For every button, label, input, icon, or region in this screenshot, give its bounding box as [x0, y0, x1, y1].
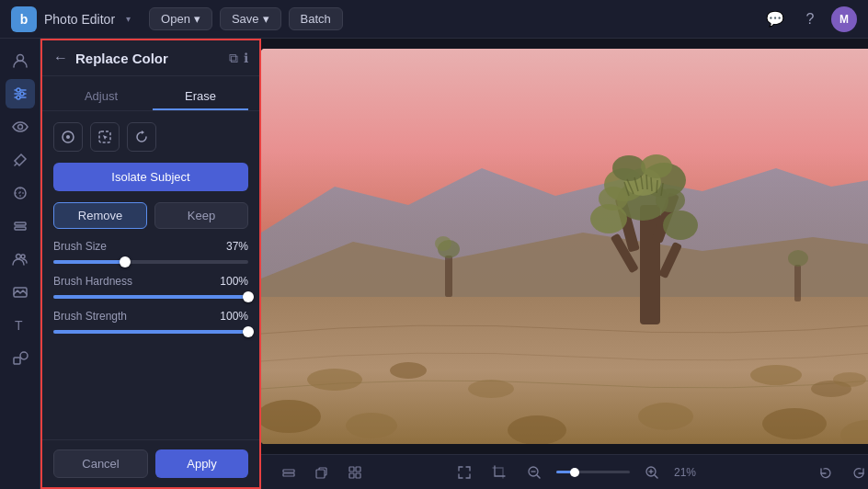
svg-point-22: [307, 369, 362, 391]
bottom-right: [707, 460, 868, 485]
svg-point-6: [17, 96, 20, 99]
apply-button[interactable]: Apply: [155, 449, 248, 478]
sliders-icon-btn[interactable]: [6, 79, 35, 108]
panel-back-button[interactable]: ←: [53, 50, 68, 66]
svg-point-16: [20, 352, 28, 359]
duplicate-button[interactable]: [309, 460, 335, 485]
info-icon[interactable]: ℹ: [244, 51, 248, 66]
layers-toggle-button[interactable]: [276, 460, 302, 485]
reset-tool-icon[interactable]: [127, 122, 156, 152]
svg-point-43: [663, 210, 698, 240]
cancel-button[interactable]: Cancel: [53, 449, 148, 478]
zoom-slider-track[interactable]: [556, 471, 630, 473]
effects-icon-btn[interactable]: [6, 178, 35, 208]
redo-button[interactable]: [846, 460, 868, 485]
zoom-slider-thumb[interactable]: [570, 468, 579, 477]
brush-hardness-slider[interactable]: [53, 295, 248, 299]
svg-rect-15: [14, 358, 20, 364]
svg-point-46: [641, 154, 672, 178]
save-button[interactable]: Save ▾: [220, 7, 281, 30]
remove-button[interactable]: Remove: [53, 202, 147, 229]
svg-line-67: [655, 475, 657, 478]
brush-strength-label: Brush Strength: [53, 310, 127, 323]
brush-size-thumb[interactable]: [120, 256, 131, 267]
brush-hardness-label: Brush Hardness: [53, 275, 132, 288]
svg-point-31: [638, 403, 693, 430]
svg-rect-9: [15, 222, 26, 225]
brush-size-slider[interactable]: [53, 260, 248, 264]
grid-button[interactable]: [342, 460, 368, 485]
image-icon-btn[interactable]: [6, 278, 35, 307]
svg-point-12: [21, 255, 25, 258]
people-icon-btn[interactable]: [6, 244, 35, 274]
brush-strength-thumb[interactable]: [243, 326, 254, 337]
svg-point-30: [508, 415, 566, 444]
topbar: b Photo Editor ▾ Open ▾ Save ▾ Batch 💬 ?…: [0, 0, 868, 39]
paint-icon-btn[interactable]: [6, 145, 35, 175]
user-avatar[interactable]: M: [831, 6, 857, 32]
svg-point-18: [66, 135, 70, 139]
svg-point-4: [17, 88, 20, 92]
panel-title: Replace Color: [75, 51, 222, 66]
app-name: Photo Editor: [44, 12, 115, 27]
brush-size-section: Brush Size 37%: [53, 240, 248, 264]
canvas-image[interactable]: [261, 49, 868, 444]
crop-button[interactable]: [486, 460, 512, 485]
left-icon-bar: T: [0, 39, 40, 489]
svg-rect-59: [349, 473, 354, 478]
brush-hardness-thumb[interactable]: [243, 291, 254, 302]
svg-point-51: [435, 236, 451, 251]
panel-footer: Cancel Apply: [42, 439, 259, 487]
fit-button[interactable]: [451, 460, 477, 485]
help-icon-button[interactable]: ?: [796, 6, 824, 33]
panel-tabs: Adjust Erase: [42, 76, 259, 111]
brush-size-fill: [53, 260, 125, 264]
brush-hardness-label-row: Brush Hardness 100%: [53, 275, 248, 288]
brush-strength-slider[interactable]: [53, 330, 248, 334]
svg-rect-54: [283, 470, 294, 472]
canvas-content: [261, 39, 868, 454]
svg-point-48: [599, 187, 628, 210]
svg-point-23: [390, 362, 427, 379]
bottom-bar-left: [276, 460, 440, 485]
eye-icon-btn[interactable]: [6, 112, 35, 142]
main-content: T ← Replace Color ⧉ ℹ Adjust Erase: [0, 39, 868, 489]
svg-point-24: [468, 380, 514, 398]
undo-button[interactable]: [813, 460, 839, 485]
keep-button[interactable]: Keep: [154, 202, 248, 229]
svg-point-53: [788, 250, 808, 267]
svg-point-7: [17, 125, 22, 130]
svg-rect-52: [794, 265, 801, 301]
app-logo: b: [11, 6, 37, 32]
svg-rect-57: [349, 467, 354, 472]
app-name-chevron[interactable]: ▾: [126, 14, 131, 24]
layers-icon-btn[interactable]: [6, 211, 35, 241]
zoom-in-button[interactable]: [639, 460, 665, 485]
topbar-right: 💬 ? M: [761, 6, 857, 33]
remove-keep-row: Remove Keep: [53, 202, 248, 229]
panel-body: Isolate Subject Remove Keep Brush Size 3…: [42, 111, 259, 439]
svg-rect-10: [15, 227, 26, 230]
shapes-icon-btn[interactable]: [6, 344, 35, 373]
profile-icon-btn[interactable]: [6, 46, 35, 75]
tab-adjust[interactable]: Adjust: [53, 84, 149, 110]
brush-strength-fill: [53, 330, 248, 334]
isolate-subject-button[interactable]: Isolate Subject: [53, 163, 248, 191]
brush-strength-section: Brush Strength 100%: [53, 310, 248, 334]
replace-color-panel: ← Replace Color ⧉ ℹ Adjust Erase: [40, 39, 261, 489]
svg-point-25: [750, 365, 802, 385]
bottom-bar: 21%: [261, 454, 868, 489]
svg-line-63: [537, 475, 540, 478]
brush-strength-value: 100%: [220, 310, 248, 323]
selection-tool-icon[interactable]: [90, 122, 120, 152]
open-button[interactable]: Open ▾: [149, 7, 212, 30]
batch-button[interactable]: Batch: [289, 7, 343, 30]
tab-erase[interactable]: Erase: [153, 84, 248, 110]
svg-rect-58: [356, 467, 360, 472]
zoom-out-button[interactable]: [521, 460, 547, 485]
chat-icon-button[interactable]: 💬: [761, 6, 789, 33]
text-icon-btn[interactable]: T: [6, 311, 35, 340]
tool-icons-row: [53, 122, 248, 152]
brush-tool-icon[interactable]: [53, 122, 83, 152]
copy-icon[interactable]: ⧉: [229, 51, 238, 66]
